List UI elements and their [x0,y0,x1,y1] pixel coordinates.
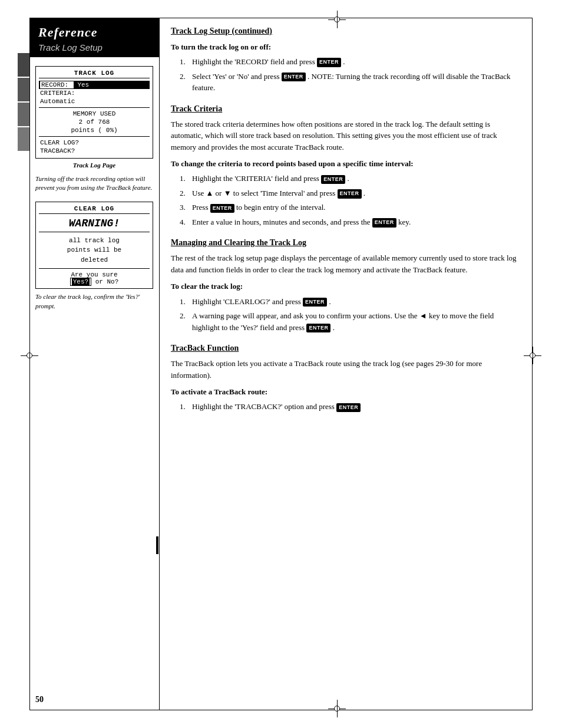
section3-item1-text: Highlight 'CLEARLOG?' and press ENTER . [192,296,331,308]
section1-item2: 2. Select 'Yes' or 'No' and press ENTER … [180,71,521,94]
tl-memory-line2: 2 of 768 [39,118,150,126]
section3-item2-text: A warning page will appear, and ask you … [192,310,521,333]
section1-item1: 1. Highlight the 'RECORD' field and pres… [180,56,521,68]
section3-item2: 2. A warning page will appear, and ask y… [180,310,521,333]
section2-item1-text: Highlight the 'CRITERIA' field and press… [192,173,349,185]
clear-log-prompt: Are you sure Yes? or No? [39,271,150,285]
section1-item2-text: Select 'Yes' or 'No' and press ENTER . N… [192,71,521,94]
section3-body: The rest of the track log setup page dis… [171,252,521,275]
tl-divider-2 [39,136,150,137]
section4-body: The TracBack option lets you activate a … [171,358,521,381]
tl-criteria-value: Automatic [39,97,150,106]
section2-item1: 1. Highlight the 'CRITERIA' field and pr… [180,173,521,185]
section4-title: TracBack Function [171,344,521,353]
clear-log-text: all track logpoints will bedeleted [39,236,150,265]
section2-item4-text: Enter a value in hours, minutes and seco… [192,216,411,228]
tl-criteria-label: CRITERIA: [39,89,150,97]
track-log-caption: Track Log Page [35,162,153,169]
section2-sub1-label: To change the criteria to record points … [171,159,521,169]
tl-record-row: RECORD: Yes [39,81,150,89]
enter-btn-7: ENTER [303,298,327,307]
section4-sub1-label: To activate a TracBack route: [171,387,521,397]
left-marker [156,536,158,554]
enter-btn-2: ENTER [282,73,306,82]
section2-item2-num: 2. [180,187,189,199]
sidebar-tab-2 [18,78,29,101]
sidebar-tab-3 [18,103,29,126]
section3-title: Managing and Clearing the Track Log [171,238,521,248]
section2-title: Track Criteria [171,104,521,114]
sidebar-reference-label: Reference [38,25,150,40]
tl-clear-log: CLEAR LOG? [39,139,150,147]
enter-btn-6: ENTER [372,218,396,228]
main-content: Track Log Setup (continued) To turn the … [159,18,533,710]
clear-log-caption: To clear the track log, confirm the 'Yes… [35,292,153,311]
section2-item2-text: Use ▲ or ▼ to select 'Time Interval' and… [192,187,365,199]
section1-title: Track Log Setup (continued) [171,27,521,36]
section4-item1-text: Highlight the 'TRACBACK?' option and pre… [192,401,361,413]
tl-tracback: TRACBACK? [39,147,150,155]
section3-sub1-label: To clear the track log: [171,281,521,292]
clear-log-image: CLEAR LOG WARNING! all track logpoints w… [35,202,153,289]
clear-log-warning: WARNING! [39,218,150,229]
section2-item4-num: 4. [180,216,189,228]
sidebar-header: Reference Track Log Setup [29,18,159,57]
section3-item2-num: 2. [180,310,189,333]
section2-item3-num: 3. [180,202,189,213]
clear-log-title: CLEAR LOG [39,205,150,214]
section2-body: The stored track criteria determines how… [171,118,521,153]
tl-memory-line1: MEMORY USED [39,110,150,118]
sidebar: Reference Track Log Setup TRACK LOG RECO… [29,18,159,710]
enter-btn-8: ENTER [306,324,330,333]
section1-item2-num: 2. [180,71,189,94]
enter-btn-5: ENTER [210,204,234,213]
sidebar-tabs [18,53,29,153]
section2-item2: 2. Use ▲ or ▼ to select 'Time Interval' … [180,187,521,199]
section1-sub1-label: To turn the track log on or off: [171,42,521,52]
section2-item1-num: 1. [180,173,189,185]
page-number: 50 [35,695,44,704]
enter-btn-4: ENTER [338,189,362,199]
section1-item1-text: Highlight the 'RECORD' field and press E… [192,56,345,68]
track-log-image: TRACK LOG RECORD: Yes CRITERIA: Automati… [35,66,153,159]
section2-item4: 4. Enter a value in hours, minutes and s… [180,216,521,228]
track-log-note: Turning off the track recording option w… [35,174,153,193]
enter-btn-1: ENTER [317,58,341,67]
sidebar-tab-1 [18,53,29,77]
cl-divider-2 [39,268,150,269]
section2-item3: 3. Press ENTER to begin entry of the int… [180,202,521,213]
section4-item1: 1. Highlight the 'TRACBACK?' option and … [180,401,521,413]
enter-btn-9: ENTER [336,403,361,413]
enter-btn-3: ENTER [321,175,345,185]
section2-item3-text: Press ENTER to begin entry of the interv… [192,202,326,213]
sidebar-tab-4 [18,127,29,151]
section4-item1-num: 1. [180,401,189,413]
track-log-title: TRACK LOG [39,70,150,78]
section3-item1-num: 1. [180,296,189,308]
cl-divider [39,232,150,232]
tl-memory-line3: points ( 0%) [39,126,150,134]
section1-item1-num: 1. [180,56,189,68]
clear-log-yes: Yes? [70,278,91,286]
sidebar-subtitle-label: Track Log Setup [38,42,150,52]
section3-item1: 1. Highlight 'CLEARLOG?' and press ENTER… [180,296,521,308]
tl-divider-1 [39,107,150,108]
